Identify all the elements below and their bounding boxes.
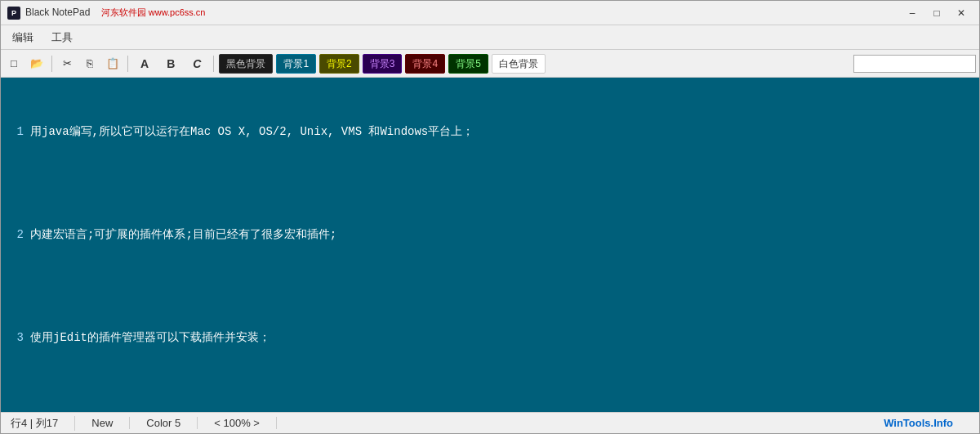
line-num-5: 3 xyxy=(7,328,24,348)
status-color: Color 5 xyxy=(130,417,198,429)
toolbar-sep-2 xyxy=(127,56,128,72)
editor-content: 1 用java编写,所以它可以运行在Mac OS X, OS/2, Unix, … xyxy=(7,81,973,412)
bg-white-btn[interactable]: 白色背景 xyxy=(492,54,546,74)
menu-bar: 编辑 工具 xyxy=(1,25,979,50)
toolbar-font-a-btn[interactable]: A xyxy=(133,54,156,74)
menu-edit[interactable]: 编辑 xyxy=(4,27,42,48)
editor-area[interactable]: 1 用java编写,所以它可以运行在Mac OS X, OS/2, Unix, … xyxy=(1,78,979,412)
watermark-label: 河东软件园 www.pc6ss.cn xyxy=(101,7,206,17)
toolbar-sep-3 xyxy=(213,56,214,72)
status-new: New xyxy=(75,417,130,429)
app-icon: P xyxy=(7,7,20,20)
minimize-button[interactable]: – xyxy=(901,5,924,21)
status-bar: 行4 | 列17 New Color 5 < 100% > WinTools.I… xyxy=(1,412,979,433)
toolbar-paste-btn[interactable]: 📋 xyxy=(103,54,122,74)
main-window: P Black NotePad 河东软件园 www.pc6ss.cn – □ ✕… xyxy=(0,0,980,434)
line-text-1: 用java编写,所以它可以运行在Mac OS X, OS/2, Unix, VM… xyxy=(30,122,474,142)
status-link[interactable]: WinTools.Info xyxy=(867,417,969,429)
bg-2-btn[interactable]: 背景2 xyxy=(319,54,359,74)
bg-3-btn[interactable]: 背景3 xyxy=(363,54,403,74)
search-input[interactable] xyxy=(853,55,976,73)
bg-black-btn[interactable]: 黑色背景 xyxy=(219,54,273,74)
toolbar-font-c-btn[interactable]: C xyxy=(185,54,208,74)
line-num-1: 1 xyxy=(7,122,24,142)
toolbar-cut-btn[interactable]: ✂ xyxy=(57,54,77,74)
line-1: 1 用java编写,所以它可以运行在Mac OS X, OS/2, Unix, … xyxy=(7,122,973,142)
toolbar-open-btn[interactable]: 📂 xyxy=(27,54,47,74)
toolbar: □ 📂 ✂ ⎘ 📋 A B C 黑色背景 背景1 背景2 背景3 背景4 背景5… xyxy=(1,50,979,78)
line-text-5: 使用jEdit的插件管理器可以下载插件并安装； xyxy=(30,328,270,348)
window-controls: – □ ✕ xyxy=(901,5,973,21)
line-text-3: 内建宏语言;可扩展的插件体系;目前已经有了很多宏和插件; xyxy=(30,225,336,245)
bg-4-btn[interactable]: 背景4 xyxy=(405,54,445,74)
line-num-3: 2 xyxy=(7,225,24,245)
status-position: 行4 | 列17 xyxy=(11,416,75,431)
title-bar: P Black NotePad 河东软件园 www.pc6ss.cn – □ ✕ xyxy=(1,1,979,25)
line-5: 3 使用jEdit的插件管理器可以下载插件并安装； xyxy=(7,328,973,348)
toolbar-font-b-btn[interactable]: B xyxy=(159,54,182,74)
bg-5-btn[interactable]: 背景5 xyxy=(448,54,488,74)
title-bar-text: Black NotePad 河东软件园 www.pc6ss.cn xyxy=(25,7,901,19)
maximize-button[interactable]: □ xyxy=(925,5,948,21)
bg-1-btn[interactable]: 背景1 xyxy=(276,54,316,74)
close-button[interactable]: ✕ xyxy=(950,5,973,21)
toolbar-new-btn[interactable]: □ xyxy=(4,54,24,74)
menu-tools[interactable]: 工具 xyxy=(43,27,81,48)
status-zoom: < 100% > xyxy=(198,417,277,429)
toolbar-copy-btn[interactable]: ⎘ xyxy=(80,54,100,74)
line-3: 2 内建宏语言;可扩展的插件体系;目前已经有了很多宏和插件; xyxy=(7,225,973,245)
toolbar-sep-1 xyxy=(51,56,52,72)
